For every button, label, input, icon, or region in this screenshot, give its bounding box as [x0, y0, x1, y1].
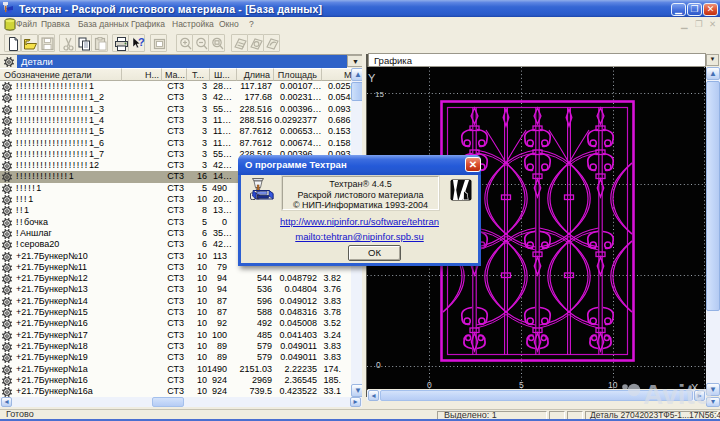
svg-text:15: 15	[375, 90, 384, 99]
svg-text:Avito: Avito	[643, 379, 712, 408]
svg-text:0: 0	[376, 360, 381, 370]
svg-text:?: ?	[138, 36, 145, 48]
svg-text:5: 5	[519, 380, 524, 389]
svg-text:0: 0	[427, 380, 432, 389]
svg-text:Y: Y	[368, 72, 376, 84]
